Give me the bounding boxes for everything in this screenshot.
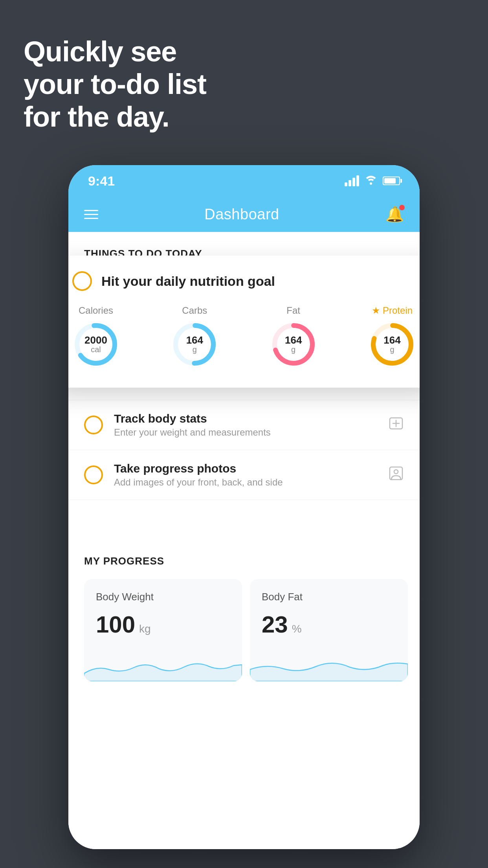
status-bar: 9:41	[68, 165, 420, 197]
nav-bar: Dashboard 🔔	[68, 197, 420, 232]
body-fat-unit: %	[292, 623, 302, 635]
photos-check-circle	[84, 465, 103, 484]
body-weight-card-title: Body Weight	[96, 591, 230, 603]
scale-icon	[388, 416, 404, 434]
body-fat-card-title: Body Fat	[262, 591, 396, 603]
menu-button[interactable]	[84, 210, 98, 219]
wifi-icon	[365, 175, 377, 188]
nutrition-card: Hit your daily nutrition goal Calories 2…	[68, 256, 420, 388]
nutrition-protein: ★ Protein 164 g	[369, 305, 416, 368]
person-photo-icon	[388, 465, 404, 485]
battery-icon	[383, 177, 400, 185]
body-weight-chart	[84, 650, 242, 681]
fat-donut: 164 g	[270, 321, 317, 368]
notification-dot	[399, 205, 405, 210]
body-fat-number: 23	[262, 611, 288, 638]
body-stats-subtitle: Enter your weight and measurements	[114, 427, 377, 438]
notification-bell-icon[interactable]: 🔔	[385, 206, 404, 223]
body-stats-title: Track body stats	[114, 412, 377, 425]
carbs-unit: g	[193, 345, 197, 354]
carbs-label: Carbs	[182, 305, 207, 316]
body-weight-unit: kg	[139, 623, 151, 635]
nav-title: Dashboard	[204, 206, 279, 223]
nutrition-carbs: Carbs 164 g	[171, 305, 218, 368]
nutrition-card-title: Hit your daily nutrition goal	[101, 274, 275, 289]
calories-label: Calories	[79, 305, 113, 316]
calories-unit: cal	[91, 345, 101, 354]
body-fat-value: 23 %	[262, 611, 396, 638]
photos-subtitle: Add images of your front, back, and side	[114, 477, 377, 488]
body-fat-card[interactable]: Body Fat 23 %	[250, 579, 408, 681]
body-stats-check-circle	[84, 416, 103, 434]
protein-label: ★ Protein	[372, 305, 413, 316]
nutrition-circles: Calories 2000 cal Carbs	[72, 305, 416, 368]
signal-icon	[345, 175, 359, 186]
nutrition-card-header: Hit your daily nutrition goal	[72, 271, 416, 291]
progress-cards: Body Weight 100 kg Body Fat 23	[84, 579, 408, 681]
svg-point-12	[394, 470, 398, 474]
status-time: 9:41	[88, 173, 115, 189]
body-weight-card[interactable]: Body Weight 100 kg	[84, 579, 242, 681]
phone-mockup: 9:41 Dashboard 🔔	[68, 165, 420, 849]
status-icons	[345, 175, 400, 188]
progress-section: MY PROGRESS Body Weight 100 kg	[68, 539, 420, 681]
carbs-value: 164	[186, 335, 203, 345]
protein-unit: g	[390, 345, 394, 354]
app-content: THINGS TO DO TODAY Hit your daily nutrit…	[68, 232, 420, 849]
fat-label: Fat	[286, 305, 300, 316]
star-icon: ★	[372, 305, 380, 316]
calories-value: 2000	[84, 335, 107, 345]
calories-donut: 2000 cal	[72, 321, 119, 368]
nutrition-fat: Fat 164 g	[270, 305, 317, 368]
todo-body-stats[interactable]: Track body stats Enter your weight and m…	[68, 400, 420, 450]
progress-title: MY PROGRESS	[84, 555, 408, 567]
body-weight-value: 100 kg	[96, 611, 230, 638]
protein-value: 164	[383, 335, 400, 345]
todo-photos[interactable]: Take progress photos Add images of your …	[68, 450, 420, 500]
body-weight-number: 100	[96, 611, 135, 638]
protein-donut: 164 g	[369, 321, 416, 368]
photos-text: Take progress photos Add images of your …	[114, 462, 377, 488]
background-headline: Quickly see your to-do list for the day.	[24, 35, 206, 133]
body-fat-chart	[250, 650, 408, 681]
carbs-donut: 164 g	[171, 321, 218, 368]
photos-title: Take progress photos	[114, 462, 377, 475]
body-stats-text: Track body stats Enter your weight and m…	[114, 412, 377, 438]
nutrition-check-circle[interactable]	[72, 271, 92, 291]
fat-unit: g	[291, 345, 295, 354]
nutrition-calories: Calories 2000 cal	[72, 305, 119, 368]
fat-value: 164	[285, 335, 302, 345]
